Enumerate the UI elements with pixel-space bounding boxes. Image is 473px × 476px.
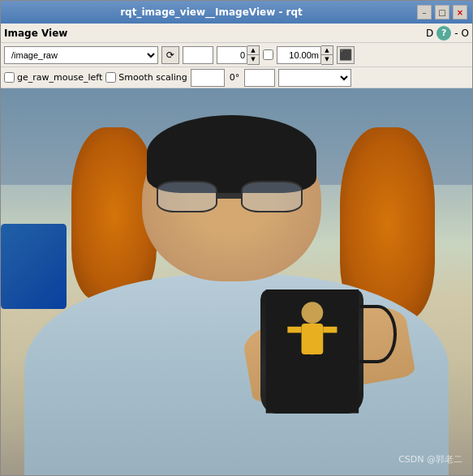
spin-arrows-2: ▲ ▼: [321, 45, 333, 65]
svg-rect-4: [323, 327, 337, 333]
mouse-left-checkbox[interactable]: [4, 72, 15, 83]
spin-up-1[interactable]: ▲: [247, 46, 259, 55]
mouse-left-text: ge_raw_mouse_left: [17, 72, 102, 83]
glasses-left: [157, 181, 218, 212]
spin-arrows-1: ▲ ▼: [247, 45, 260, 65]
spin-input-1[interactable]: [217, 46, 247, 64]
plugin-label: Image View: [4, 28, 67, 39]
options-label: O: [462, 28, 469, 39]
smooth-scaling-checkbox[interactable]: [105, 72, 116, 83]
svg-rect-3: [287, 327, 301, 333]
toolbar-row-1: /image_raw ⟳ ▲ ▼ ▲ ▼ ⬛: [1, 43, 472, 67]
minimize-button[interactable]: –: [417, 5, 432, 19]
blue-crate: [1, 224, 67, 309]
angle-input[interactable]: [244, 69, 275, 87]
mouse-left-label: ge_raw_mouse_left: [4, 72, 102, 83]
separator-label: -: [454, 28, 458, 39]
checkbox-blank[interactable]: [263, 49, 273, 60]
glasses-right: [241, 181, 303, 212]
smooth-scaling-text: Smooth scaling: [118, 72, 187, 83]
save-button[interactable]: ⬛: [337, 46, 355, 64]
spin-down-2[interactable]: ▼: [321, 55, 333, 64]
angle-label: 0°: [228, 72, 242, 83]
window-title: rqt_image_view__ImageView - rqt: [6, 6, 417, 18]
header-controls: D ? - O: [426, 26, 469, 41]
toolbar-row-2: ge_raw_mouse_left Smooth scaling 0°: [1, 67, 472, 88]
window-controls: – □ ×: [417, 5, 467, 19]
help-button[interactable]: ?: [436, 26, 451, 41]
watermark: CSDN @郭老二: [398, 453, 462, 465]
blank-input-1[interactable]: [183, 46, 213, 64]
close-button[interactable]: ×: [453, 5, 467, 19]
smooth-scaling-label: Smooth scaling: [105, 72, 187, 83]
svg-rect-5: [301, 354, 310, 382]
mug-handle: [359, 305, 397, 363]
refresh-button[interactable]: ⟳: [161, 46, 179, 64]
image-container: CSDN @郭老二: [1, 88, 472, 475]
mode-dropdown[interactable]: [278, 69, 351, 87]
svg-rect-2: [301, 324, 323, 354]
spin-box-2: ▲ ▼: [277, 45, 333, 65]
color-input[interactable]: [191, 69, 225, 87]
spin-up-2[interactable]: ▲: [321, 46, 333, 55]
mug-design: [260, 289, 364, 414]
title-bar: rqt_image_view__ImageView - rqt – □ ×: [1, 1, 472, 24]
svg-rect-6: [313, 354, 322, 382]
glasses-bridge: [217, 193, 241, 199]
topic-dropdown[interactable]: /image_raw: [4, 46, 158, 64]
svg-point-1: [301, 302, 323, 324]
spin-box-1: ▲ ▼: [217, 45, 260, 65]
refresh-icon: ⟳: [166, 49, 174, 61]
spin-input-2[interactable]: [277, 46, 321, 64]
menu-bar: Image View D ? - O: [1, 24, 472, 43]
image-canvas: CSDN @郭老二: [1, 88, 472, 475]
d-label: D: [426, 28, 433, 39]
main-window: rqt_image_view__ImageView - rqt – □ × Im…: [0, 0, 473, 476]
coffee-mug: [260, 289, 364, 414]
spin-down-1[interactable]: ▼: [247, 55, 259, 64]
maximize-button[interactable]: □: [435, 5, 449, 19]
save-icon: ⬛: [339, 49, 352, 61]
